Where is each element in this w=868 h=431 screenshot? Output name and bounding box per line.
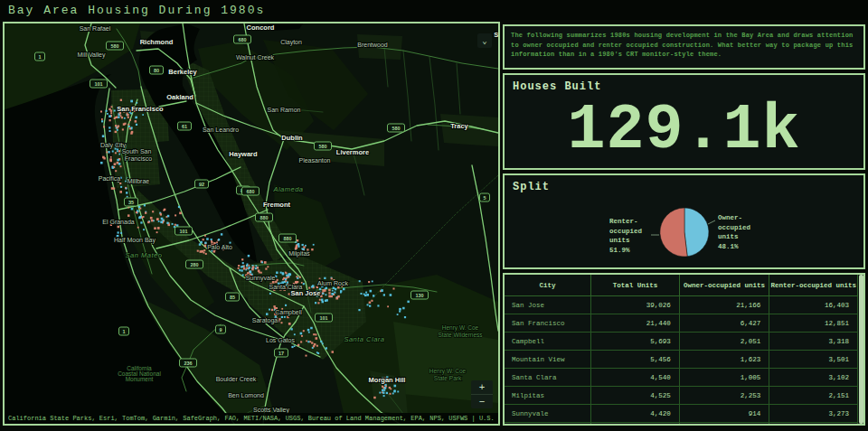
- map-label-milpitas: Milpitas: [288, 250, 310, 258]
- highway-shield-880: 880: [256, 213, 273, 221]
- housing-dot: [303, 330, 305, 332]
- map-label-walnut-creek: Walnut Creek: [236, 54, 275, 61]
- city-cell: Belmont: [505, 423, 591, 426]
- housing-dot: [204, 235, 206, 237]
- housing-dot: [136, 211, 137, 213]
- housing-dot: [118, 231, 119, 233]
- housing-dot: [111, 187, 114, 190]
- housing-dot: [117, 162, 119, 164]
- housing-dot: [120, 232, 122, 234]
- housing-dot: [394, 385, 397, 388]
- housing-dot: [365, 292, 367, 294]
- housing-dot: [287, 316, 289, 319]
- housing-dot: [369, 302, 372, 305]
- highway-shield-880: 880: [279, 234, 297, 242]
- table-row[interactable]: Campbell5,6932,0513,318: [505, 333, 858, 351]
- housing-dot: [285, 280, 287, 282]
- table-row[interactable]: San Francisco21,4406,42712,851: [505, 314, 858, 333]
- housing-dot: [109, 158, 112, 161]
- housing-dot: [241, 269, 242, 271]
- map-zoom-control: + −: [471, 380, 493, 408]
- table-row[interactable]: Santa Clara4,5401,0053,102: [505, 369, 858, 387]
- highway-shield-580: 580: [315, 142, 332, 150]
- housing-dot: [311, 248, 313, 250]
- park-label: State Park: [434, 375, 462, 381]
- map-label-livermore: Livermore: [336, 148, 369, 156]
- housing-dot: [175, 214, 176, 216]
- table-row[interactable]: Belmont4,0952,3921,554: [505, 423, 858, 426]
- map-label-half-moon-bay: Half Moon Bay: [114, 237, 156, 244]
- occupancy-pie-chart[interactable]: [505, 175, 863, 267]
- value-cell: 1,554: [769, 423, 858, 426]
- housing-dot: [379, 392, 381, 394]
- housing-dot: [249, 267, 250, 268]
- housing-dot: [286, 272, 288, 274]
- housing-dot: [128, 126, 130, 127]
- housing-dot: [337, 286, 339, 288]
- city-cell: Mountain View: [505, 351, 591, 369]
- svg-text:236: 236: [184, 361, 192, 366]
- zoom-out-button[interactable]: −: [471, 395, 493, 408]
- housing-dot: [103, 126, 105, 127]
- pie-slice-owner[interactable]: [684, 208, 709, 257]
- table-row[interactable]: San Jose39,02621,16616,403: [505, 296, 858, 314]
- housing-dot: [121, 117, 123, 118]
- housing-dot: [319, 278, 321, 280]
- map-label-south-san: South San: [122, 148, 152, 155]
- housing-dot: [296, 245, 297, 247]
- housing-dot: [373, 295, 374, 296]
- park-label: Henry W. Coe: [442, 324, 479, 332]
- owner-label-connector: [708, 220, 715, 224]
- table-row[interactable]: Sunnyvale4,4209143,273: [505, 405, 858, 423]
- table-row[interactable]: Mountain View5,4561,6233,501: [505, 351, 858, 369]
- table-row[interactable]: Milpitas4,5252,2532,151: [505, 387, 858, 405]
- housing-dot: [127, 214, 130, 217]
- housing-dot: [242, 262, 244, 264]
- map-collapse-button[interactable]: ⌄: [477, 33, 492, 48]
- pie-slice-renter[interactable]: [660, 208, 687, 257]
- svg-text:92: 92: [199, 182, 204, 187]
- highway-shield-101: 101: [175, 227, 193, 235]
- map-canvas[interactable]: 1580101806806192358410128058058088068088…: [5, 23, 498, 424]
- housing-dot: [100, 162, 103, 164]
- housing-dot: [250, 270, 252, 273]
- value-cell: 4,540: [591, 369, 680, 387]
- housing-dot: [308, 332, 310, 333]
- map-label-dublin: Dublin: [281, 134, 303, 142]
- zoom-in-button[interactable]: +: [471, 380, 493, 394]
- housing-dot: [257, 267, 259, 268]
- svg-text:1: 1: [38, 54, 41, 60]
- housing-dot: [205, 253, 207, 255]
- value-cell: 21,440: [591, 314, 680, 333]
- housing-dot: [108, 115, 111, 117]
- housing-dot: [367, 304, 369, 305]
- housing-dot: [335, 288, 336, 290]
- housing-dot: [387, 305, 389, 307]
- housing-dot: [383, 294, 385, 295]
- housing-dot: [302, 244, 304, 246]
- svg-text:101: 101: [94, 81, 102, 87]
- housing-dot: [328, 289, 331, 292]
- housing-dot: [158, 220, 160, 222]
- housing-dot: [321, 299, 323, 301]
- svg-text:680: 680: [238, 37, 246, 42]
- map-label-millbrae: Millbrae: [127, 178, 150, 184]
- value-cell: 4,095: [591, 423, 680, 426]
- housing-dot: [118, 163, 121, 165]
- housing-dot: [128, 124, 130, 126]
- value-cell: 914: [679, 405, 769, 423]
- housing-dot: [301, 335, 303, 337]
- table-scrollbar-thumb[interactable]: [859, 275, 863, 424]
- housing-dot: [298, 246, 300, 248]
- housing-dot: [331, 293, 334, 295]
- highway-shield-92: 92: [195, 180, 209, 188]
- housing-dot: [119, 183, 121, 184]
- housing-dot: [167, 215, 170, 218]
- column-header-renter-occupied-units: Renter-occupied units: [769, 275, 858, 296]
- housing-dot: [156, 218, 159, 220]
- svg-text:880: 880: [259, 215, 268, 220]
- housing-dot: [112, 151, 114, 153]
- housing-dot: [260, 272, 262, 274]
- housing-dot: [334, 292, 335, 294]
- housing-dot: [251, 268, 253, 270]
